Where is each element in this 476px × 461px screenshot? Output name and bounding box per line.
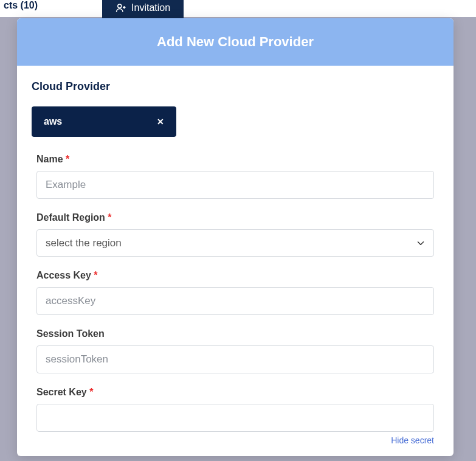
required-indicator: * (94, 270, 97, 280)
session-token-label-text: Session Token (36, 328, 105, 339)
provider-tag[interactable]: aws ✕ (32, 106, 176, 137)
add-cloud-provider-modal: Add New Cloud Provider Cloud Provider aw… (17, 18, 454, 456)
modal-title: Add New Cloud Provider (17, 18, 454, 66)
name-label-text: Name (36, 154, 63, 164)
nav-partial-text: cts (10) (0, 0, 41, 11)
session-token-input[interactable] (36, 345, 434, 373)
region-label: Default Region * (36, 212, 434, 223)
secret-key-field-group: Secret Key * Hide secret (36, 387, 434, 445)
name-label: Name * (36, 154, 434, 165)
section-title: Cloud Provider (32, 80, 439, 93)
name-input[interactable] (36, 171, 434, 199)
secret-key-input[interactable] (36, 404, 434, 432)
required-indicator: * (66, 154, 69, 164)
region-select[interactable]: select the region (36, 229, 434, 257)
secret-key-label: Secret Key * (36, 387, 434, 398)
session-token-label: Session Token (36, 328, 434, 339)
modal-body: Cloud Provider aws ✕ Name * Default Regi… (17, 66, 454, 456)
required-indicator: * (108, 212, 111, 223)
hide-secret-link[interactable]: Hide secret (36, 435, 434, 445)
invitation-icon (116, 2, 126, 13)
access-key-label: Access Key * (36, 270, 434, 281)
invitation-tab[interactable]: Invitation (102, 0, 184, 19)
name-field-group: Name * (36, 154, 434, 199)
access-key-field-group: Access Key * (36, 270, 434, 315)
provider-tag-label: aws (44, 116, 62, 127)
svg-point-0 (118, 4, 122, 8)
close-icon[interactable]: ✕ (157, 117, 164, 127)
region-label-text: Default Region (36, 212, 105, 223)
region-field-group: Default Region * select the region (36, 212, 434, 257)
access-key-input[interactable] (36, 287, 434, 315)
invitation-label: Invitation (131, 2, 170, 13)
background-nav: cts (10) Invitation (0, 0, 476, 17)
access-key-label-text: Access Key (36, 270, 91, 280)
session-token-field-group: Session Token (36, 328, 434, 373)
secret-key-label-text: Secret Key (36, 387, 87, 397)
required-indicator: * (89, 387, 93, 397)
